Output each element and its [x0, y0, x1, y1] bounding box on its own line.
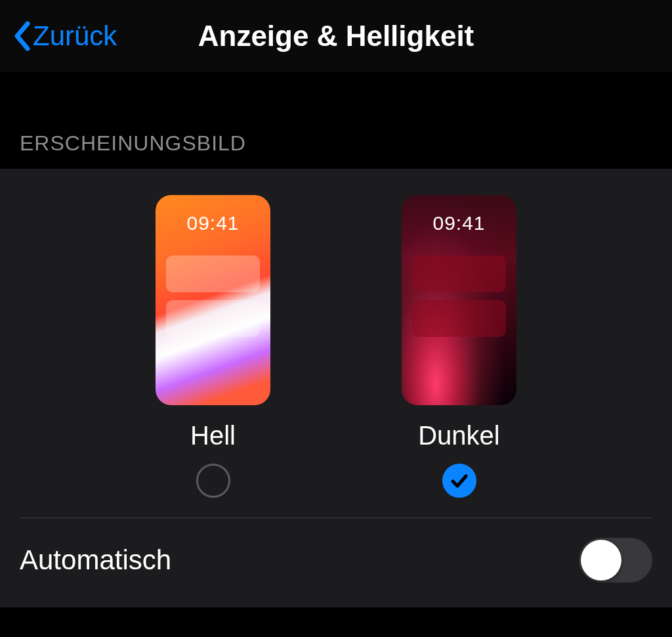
back-button[interactable]: Zurück — [13, 20, 117, 52]
switch-knob — [581, 540, 621, 581]
automatic-row: Automatisch — [0, 518, 672, 607]
appearance-section-header: ERSCHEINUNGSBILD — [0, 131, 672, 169]
radio-dark[interactable] — [442, 464, 476, 498]
preview-time-light: 09:41 — [156, 212, 270, 234]
automatic-label: Automatisch — [20, 544, 171, 576]
appearance-row: 09:41 Hell 09:41 Dunkel — [0, 169, 672, 517]
appearance-option-light[interactable]: 09:41 Hell — [156, 195, 270, 498]
preview-notification — [166, 300, 260, 337]
preview-notification — [166, 255, 260, 292]
radio-light[interactable] — [196, 464, 230, 498]
preview-time-dark: 09:41 — [402, 212, 516, 234]
preview-dark: 09:41 — [402, 195, 516, 405]
preview-notification — [412, 300, 506, 337]
preview-light: 09:41 — [156, 195, 270, 405]
appearance-label-dark: Dunkel — [418, 421, 500, 450]
appearance-panel: 09:41 Hell 09:41 Dunkel Automatisch — [0, 169, 672, 607]
page-title: Anzeige & Helligkeit — [198, 20, 474, 53]
back-label: Zurück — [33, 20, 117, 52]
chevron-left-icon — [13, 21, 32, 51]
appearance-option-dark[interactable]: 09:41 Dunkel — [402, 195, 516, 498]
automatic-switch[interactable] — [579, 538, 652, 582]
nav-bar: Zurück Anzeige & Helligkeit — [0, 0, 672, 72]
preview-notification — [412, 255, 506, 292]
appearance-label-light: Hell — [190, 421, 236, 450]
section-spacer — [0, 72, 672, 131]
checkmark-icon — [450, 471, 469, 491]
